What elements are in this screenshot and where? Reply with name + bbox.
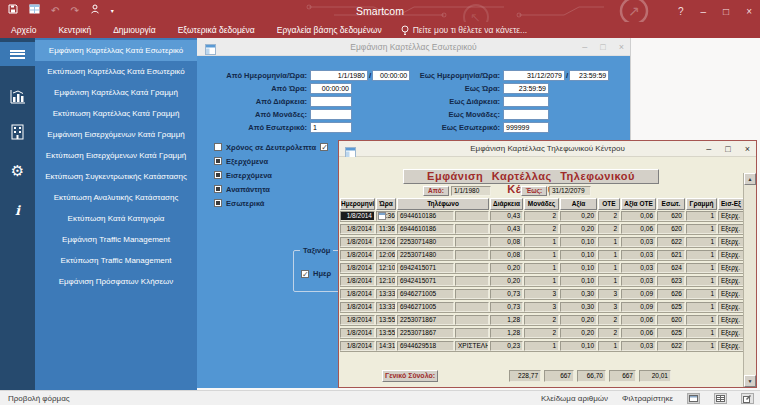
cell[interactable]: Εξερχ. bbox=[718, 237, 744, 247]
cell[interactable]: 1/8/2014 bbox=[340, 211, 375, 221]
cell[interactable] bbox=[455, 315, 489, 325]
cell[interactable]: 6946271005 bbox=[397, 302, 454, 312]
form-maximize-button[interactable]: □ bbox=[600, 42, 605, 52]
column-header[interactable]: Γραμμή bbox=[686, 198, 717, 210]
cell[interactable]: 1 bbox=[524, 276, 559, 286]
checkbox-icon[interactable] bbox=[214, 185, 222, 193]
cell[interactable]: 1 bbox=[686, 224, 717, 234]
cell[interactable]: 2 bbox=[524, 328, 559, 338]
column-header[interactable]: Αξία ΟΤΕ bbox=[621, 198, 656, 210]
filtered-indicator[interactable]: Φιλτραρίστηκε bbox=[622, 394, 673, 403]
cell[interactable]: Εξερχ. bbox=[718, 276, 744, 286]
cell[interactable]: 0,23 bbox=[490, 341, 523, 351]
cell[interactable]: Εξερχ. bbox=[718, 302, 744, 312]
cell[interactable]: 0,06 bbox=[621, 224, 656, 234]
form-input[interactable] bbox=[310, 96, 352, 107]
to-time-input[interactable]: 23:59:59 bbox=[569, 70, 609, 81]
maximize-button[interactable]: □ bbox=[723, 6, 729, 17]
cell[interactable]: 2 bbox=[598, 315, 620, 325]
cell[interactable]: 0,10 bbox=[560, 276, 597, 286]
datasheet-view-icon[interactable] bbox=[714, 393, 727, 404]
cell[interactable]: 1/8/2014 bbox=[340, 250, 375, 260]
sidebar-item[interactable]: Εκτύπωση Εισερχόμενων Κατά Γραμμή bbox=[35, 145, 197, 166]
cell[interactable]: Εξερχ. bbox=[718, 328, 744, 338]
cell[interactable]: 624 bbox=[657, 263, 685, 273]
datasheet-maximize-button[interactable]: □ bbox=[725, 144, 730, 154]
column-header[interactable]: Εισ-Εξ bbox=[718, 198, 744, 210]
cell[interactable]: 0,09 bbox=[621, 289, 656, 299]
sidebar-item[interactable]: Εμφάνιση Πρόσφατων Κλήσεων bbox=[35, 271, 197, 292]
info-icon[interactable]: i bbox=[0, 198, 35, 222]
sidebar-item[interactable]: Εκτύπωση Κατά Κατηγορία bbox=[35, 208, 197, 229]
cell[interactable]: 6942415071 bbox=[397, 263, 454, 273]
cell[interactable]: 2 bbox=[524, 211, 559, 221]
cell[interactable]: 1 bbox=[686, 328, 717, 338]
cell[interactable]: 0,09 bbox=[621, 302, 656, 312]
cell[interactable]: 1 bbox=[524, 237, 559, 247]
cell[interactable]: 1/8/2014 bbox=[340, 263, 375, 273]
checkbox-icon[interactable] bbox=[214, 157, 222, 165]
form-input[interactable]: 00:00:00 bbox=[310, 83, 352, 94]
cell[interactable]: 0,06 bbox=[621, 315, 656, 325]
cell[interactable]: 12:10 bbox=[376, 276, 396, 286]
cell[interactable]: 1 bbox=[686, 302, 717, 312]
form-input[interactable] bbox=[503, 96, 549, 107]
cell[interactable]: 625 bbox=[657, 328, 685, 338]
cell[interactable]: 1/8/2014 bbox=[340, 276, 375, 286]
cell[interactable]: 1/8/2014 bbox=[340, 328, 375, 338]
cell[interactable]: 0,20 bbox=[560, 224, 597, 234]
ribbon-tab-2[interactable]: Δημιουργία bbox=[102, 22, 166, 38]
cell[interactable]: 622 bbox=[657, 341, 685, 351]
cell[interactable]: 2253071867 bbox=[397, 315, 454, 325]
building-icon[interactable] bbox=[0, 120, 35, 144]
cell[interactable]: 1/8/2014 bbox=[340, 302, 375, 312]
sidebar-item[interactable]: Εμφάνιση Καρτέλλας Κατά Εσωτερικό bbox=[35, 40, 197, 61]
call-type-checkbox-row[interactable]: Εσωτερικά bbox=[214, 196, 328, 210]
cell[interactable]: 1 bbox=[598, 276, 620, 286]
cell[interactable]: 2253071867 bbox=[397, 328, 454, 338]
cell[interactable]: 620 bbox=[657, 224, 685, 234]
cell[interactable] bbox=[455, 237, 489, 247]
cell[interactable]: 11:36 bbox=[376, 224, 396, 234]
cell[interactable]: 0,20 bbox=[560, 328, 597, 338]
to-date-input[interactable]: 31/12/2079 bbox=[503, 70, 565, 81]
from-date-input[interactable]: 1/1/1980 bbox=[310, 70, 368, 81]
cell[interactable]: 0,73 bbox=[490, 302, 523, 312]
cell[interactable]: 0,08 bbox=[490, 250, 523, 260]
cell[interactable]: 0,06 bbox=[621, 328, 656, 338]
cell[interactable]: 0,73 bbox=[490, 289, 523, 299]
checkbox-icon[interactable] bbox=[214, 171, 222, 179]
cell[interactable]: 623 bbox=[657, 276, 685, 286]
cell[interactable] bbox=[455, 263, 489, 273]
cell[interactable]: 0,30 bbox=[560, 289, 597, 299]
cell[interactable]: ΧΡΙΣΤΕΛΗΚΕΛ bbox=[455, 341, 489, 351]
cell[interactable]: 0,30 bbox=[560, 302, 597, 312]
cell[interactable]: 1 bbox=[598, 250, 620, 260]
cell[interactable]: 13:33 bbox=[376, 289, 396, 299]
cell[interactable]: 2 bbox=[598, 211, 620, 221]
cell[interactable]: 0,08 bbox=[490, 237, 523, 247]
cell[interactable]: 6946271005 bbox=[397, 289, 454, 299]
sidebar-item[interactable]: Εκτύπωση Συγκεντρωτικής Κατάστασης bbox=[35, 166, 197, 187]
checkbox-icon[interactable] bbox=[214, 143, 222, 151]
cell[interactable] bbox=[455, 328, 489, 338]
cell[interactable]: 0,10 bbox=[560, 250, 597, 260]
cell[interactable]: 1/8/2014 bbox=[340, 315, 375, 325]
column-header[interactable]: Ώρα bbox=[376, 198, 396, 210]
cell[interactable]: 1 bbox=[686, 289, 717, 299]
cell[interactable]: 620 bbox=[657, 315, 685, 325]
cell[interactable]: 1,28 bbox=[490, 315, 523, 325]
datasheet-minimize-button[interactable]: – bbox=[706, 144, 711, 154]
from-time-input[interactable]: 00:00:00 bbox=[372, 70, 410, 81]
cell[interactable]: 1 bbox=[686, 263, 717, 273]
form-close-button[interactable]: × bbox=[619, 42, 624, 52]
cell[interactable]: Εξερχ. bbox=[718, 341, 744, 351]
sidebar-item[interactable]: Εκτύπωση Traffic Management bbox=[35, 250, 197, 271]
cell[interactable]: 1 bbox=[524, 341, 559, 351]
column-header[interactable]: Ημερομηνία bbox=[340, 198, 375, 210]
cell[interactable]: 0,06 bbox=[621, 211, 656, 221]
cell[interactable]: 1 bbox=[686, 211, 717, 221]
gear-icon[interactable]: ⚙ bbox=[0, 158, 35, 182]
cell[interactable]: 1/8/2014 bbox=[340, 341, 375, 351]
cell[interactable]: 3 bbox=[524, 302, 559, 312]
